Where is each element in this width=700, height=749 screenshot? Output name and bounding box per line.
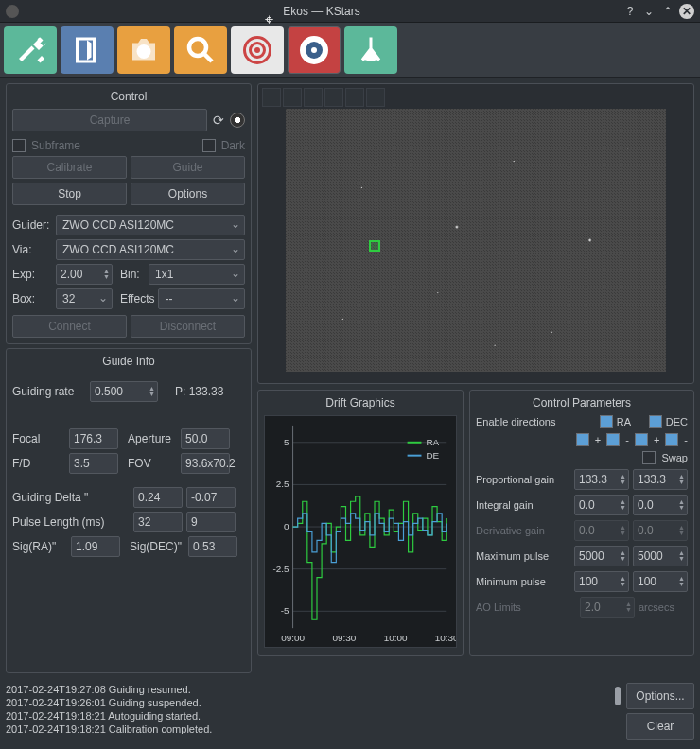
dark-checkbox[interactable] bbox=[202, 139, 216, 152]
zoom-1to1-icon[interactable] bbox=[324, 88, 343, 107]
svg-text:DE: DE bbox=[426, 450, 439, 461]
guider-select[interactable]: ZWO CCD ASI120MC bbox=[56, 215, 245, 235]
effects-label: Effects bbox=[120, 292, 154, 305]
app-icon bbox=[6, 5, 19, 18]
zoom-in-icon[interactable] bbox=[283, 88, 302, 107]
exp-label: Exp: bbox=[12, 268, 52, 281]
der-label: Derivative gain bbox=[476, 525, 570, 536]
minimize-icon[interactable]: ⌄ bbox=[641, 4, 656, 19]
dec-checkbox[interactable] bbox=[649, 415, 662, 428]
params-title: Control Parameters bbox=[476, 396, 688, 409]
crosshair-icon[interactable] bbox=[345, 88, 364, 107]
log-line: 2017-02-24T19:27:08 Guiding resumed. bbox=[6, 683, 609, 696]
mount-tab-icon[interactable] bbox=[344, 26, 397, 74]
sig-ra: 1.09 bbox=[71, 536, 120, 557]
scheduler-tab-icon[interactable] bbox=[61, 26, 114, 74]
pulse-label: Pulse Length (ms) bbox=[12, 515, 130, 529]
max-dec-spinner[interactable]: ▲▼ bbox=[633, 546, 688, 566]
calibrate-button[interactable]: Calibrate bbox=[12, 156, 127, 179]
delta-dec: -0.07 bbox=[186, 487, 236, 508]
min-ra-spinner[interactable]: ▲▼ bbox=[574, 571, 629, 592]
ao-label: AO Limits bbox=[476, 601, 576, 613]
fd-value: 3.5 bbox=[69, 453, 118, 474]
int-label: Integral gain bbox=[476, 499, 570, 511]
capture-tab-icon[interactable] bbox=[117, 26, 170, 74]
min-label: Minimum pulse bbox=[476, 576, 570, 587]
control-title: Control bbox=[12, 90, 245, 103]
swap-checkbox[interactable] bbox=[642, 451, 656, 464]
capture-button[interactable]: Capture bbox=[12, 109, 207, 131]
log-clear-button[interactable]: Clear bbox=[626, 713, 694, 740]
ra-minus-checkbox[interactable] bbox=[606, 433, 620, 446]
prop-ra-spinner[interactable]: ▲▼ bbox=[574, 469, 629, 490]
focus-tab-icon[interactable] bbox=[174, 26, 227, 74]
svg-point-7 bbox=[311, 47, 317, 53]
guide-star-box[interactable] bbox=[369, 240, 380, 252]
dec-plus-checkbox[interactable] bbox=[635, 433, 648, 446]
svg-point-4 bbox=[254, 47, 260, 53]
align-tab-icon[interactable] bbox=[231, 26, 284, 74]
log-line: 2017-02-24T19:18:21 Autoguiding started. bbox=[6, 709, 609, 723]
int-ra-spinner[interactable]: ▲▼ bbox=[574, 495, 629, 515]
maximize-icon[interactable]: ⌃ bbox=[660, 4, 675, 19]
guider-label: Guider: bbox=[12, 218, 52, 232]
bin-select[interactable]: 1x1 bbox=[149, 264, 245, 285]
box-select[interactable]: 32 bbox=[56, 288, 113, 309]
ra-plus-checkbox[interactable] bbox=[576, 433, 589, 446]
guide-button[interactable]: Guide bbox=[131, 156, 245, 179]
prop-dec-spinner[interactable]: ▲▼ bbox=[633, 469, 688, 490]
zoom-fit-icon[interactable] bbox=[262, 88, 281, 107]
loop-icon[interactable] bbox=[230, 113, 245, 128]
rate-spinner[interactable]: ▲▼ bbox=[90, 381, 158, 402]
prop-label: Proportional gain bbox=[476, 474, 570, 485]
log-line: 2017-02-24T19:26:01 Guiding suspended. bbox=[6, 696, 609, 709]
module-toolbar bbox=[0, 23, 700, 78]
log-options-button[interactable]: Options... bbox=[626, 683, 694, 709]
fov-label: FOV bbox=[128, 457, 177, 470]
max-ra-spinner[interactable]: ▲▼ bbox=[574, 546, 629, 566]
grid-icon[interactable] bbox=[366, 88, 385, 107]
enable-dir-label: Enable directions bbox=[476, 416, 596, 427]
guide-info-panel: Guide Info Guiding rate ▲▼ P: 133.33 Foc… bbox=[6, 348, 252, 673]
setup-tab-icon[interactable] bbox=[4, 26, 57, 74]
dec-minus-checkbox[interactable] bbox=[665, 433, 678, 446]
sig-ra-label: Sig(RA)" bbox=[12, 540, 67, 553]
help-icon[interactable]: ? bbox=[622, 4, 638, 19]
dark-label: Dark bbox=[221, 139, 245, 152]
effects-select[interactable]: -- bbox=[158, 288, 245, 309]
fov-value: 93.6x70.2 bbox=[181, 453, 230, 474]
log-area: 2017-02-24T19:27:08 Guiding resumed. 201… bbox=[0, 679, 700, 738]
delta-label: Guiding Delta " bbox=[12, 491, 130, 504]
disconnect-button[interactable]: Disconnect bbox=[131, 315, 245, 338]
int-dec-spinner[interactable]: ▲▼ bbox=[633, 495, 688, 515]
pulse-ra: 32 bbox=[133, 512, 183, 532]
via-select[interactable]: ZWO CCD ASI120MC bbox=[56, 239, 245, 260]
svg-text:09:00: 09:00 bbox=[281, 633, 305, 643]
subframe-label: Subframe bbox=[31, 139, 80, 152]
loading-icon: ⟳ bbox=[213, 113, 224, 128]
log-scrollbar[interactable] bbox=[615, 687, 621, 705]
exp-spinner[interactable]: ▲▼ bbox=[56, 264, 113, 285]
max-label: Maximum pulse bbox=[476, 550, 570, 562]
ra-checkbox[interactable] bbox=[600, 415, 613, 428]
bin-label: Bin: bbox=[120, 268, 145, 281]
connect-button[interactable]: Connect bbox=[12, 315, 127, 338]
log-text[interactable]: 2017-02-24T19:27:08 Guiding resumed. 201… bbox=[6, 683, 609, 734]
subframe-checkbox[interactable] bbox=[12, 139, 26, 152]
delta-ra: 0.24 bbox=[133, 487, 183, 508]
box-label: Box: bbox=[12, 292, 52, 305]
svg-text:-5: -5 bbox=[281, 605, 289, 616]
guide-tab-icon[interactable] bbox=[288, 26, 341, 74]
options-button[interactable]: Options bbox=[131, 183, 245, 205]
drift-title: Drift Graphics bbox=[264, 396, 457, 409]
stop-button[interactable]: Stop bbox=[12, 183, 127, 205]
svg-text:2.5: 2.5 bbox=[276, 479, 289, 489]
svg-text:RA: RA bbox=[426, 437, 439, 447]
svg-text:0: 0 bbox=[284, 521, 289, 531]
min-dec-spinner[interactable]: ▲▼ bbox=[633, 571, 688, 592]
star-field[interactable] bbox=[286, 109, 666, 372]
aperture-value: 50.0 bbox=[181, 428, 230, 449]
close-icon[interactable]: ✕ bbox=[679, 4, 694, 19]
sig-dec-label: Sig(DEC)" bbox=[130, 540, 184, 553]
zoom-out-icon[interactable] bbox=[304, 88, 323, 107]
